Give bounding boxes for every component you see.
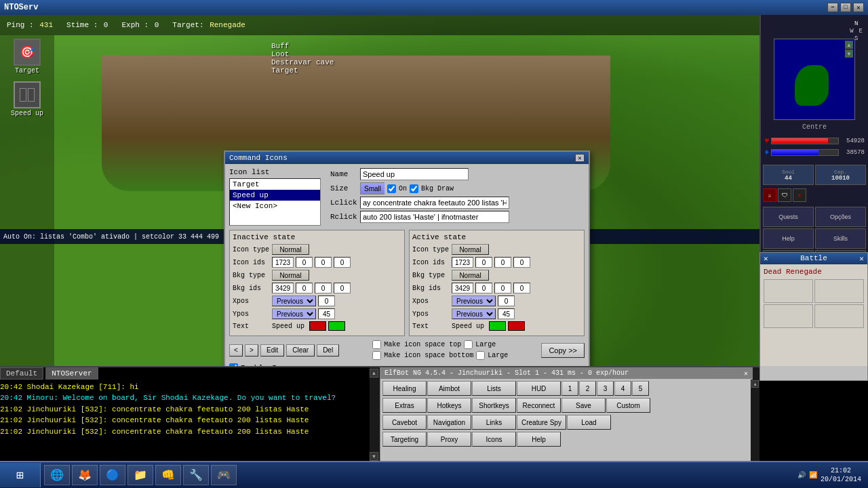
elfbot-icons-btn[interactable]: Icons: [472, 432, 516, 447]
icon-list-item-newicon[interactable]: <New Icon>: [230, 201, 320, 211]
scroll-down-btn[interactable]: ▼: [370, 452, 378, 461]
x-icon[interactable]: ✕: [793, 188, 806, 202]
volume-icon[interactable]: 🔊: [797, 471, 806, 479]
elfbot-navigation-btn[interactable]: Navigation: [427, 415, 471, 430]
inactive-bkg-id3[interactable]: [315, 283, 332, 293]
name-input[interactable]: [360, 168, 469, 180]
active-bkg-id1[interactable]: [452, 283, 473, 293]
elfbot-save-btn[interactable]: Save: [561, 398, 606, 413]
elfbot-cavebot-btn[interactable]: Cavebot: [382, 415, 427, 430]
size-on-checkbox[interactable]: [387, 184, 396, 193]
inactive-icon-id2[interactable]: [296, 257, 313, 268]
lclick-input[interactable]: [360, 197, 509, 209]
edit-button[interactable]: Edit: [260, 344, 284, 357]
inactive-ypos-select[interactable]: Previous: [272, 308, 316, 319]
battle-slot-2[interactable]: [814, 279, 864, 303]
nav-next-button[interactable]: >: [245, 344, 258, 357]
active-color1[interactable]: [489, 321, 506, 331]
inactive-color1[interactable]: [309, 321, 326, 331]
minimap[interactable]: ▲ ▼: [774, 39, 855, 120]
active-bkg-type-dropdown[interactable]: Normal: [452, 270, 489, 281]
inactive-xpos-val[interactable]: [318, 296, 335, 306]
close-button[interactable]: ✕: [853, 3, 864, 12]
battle-x-btn[interactable]: ✕: [764, 254, 768, 263]
rclick-input[interactable]: [360, 211, 509, 223]
elfbot-hotkeys-btn[interactable]: Hotkeys: [427, 398, 471, 413]
taskbar-item-tool[interactable]: 🔧: [183, 465, 209, 485]
taskbar-item-game1[interactable]: 👊: [155, 465, 181, 485]
copy-button[interactable]: Copy >>: [541, 343, 585, 358]
elfbot-hud-btn[interactable]: HUD: [517, 381, 561, 396]
elfbot-close-btn[interactable]: ✕: [744, 369, 748, 378]
taskbar-item-game2[interactable]: 🎮: [211, 465, 237, 485]
target-icon-item[interactable]: 🎯 Target: [3, 39, 51, 75]
opcoes-button[interactable]: Opções: [815, 207, 866, 227]
inactive-icon-id1[interactable]: [272, 257, 294, 268]
elfbot-shortkeys-btn[interactable]: Shortkeys: [472, 398, 516, 413]
active-bkg-id2[interactable]: [475, 283, 492, 293]
size-small-button[interactable]: Small: [360, 182, 384, 195]
active-bkg-id4[interactable]: [513, 283, 530, 293]
shield-icon[interactable]: 🛡: [778, 188, 791, 202]
make-space-top-checkbox[interactable]: [372, 340, 381, 349]
inactive-bkg-type-dropdown[interactable]: Normal: [272, 270, 309, 281]
inactive-xpos-select[interactable]: Previous: [272, 296, 316, 306]
minimap-nav-btn-2[interactable]: ▼: [845, 49, 853, 58]
speedup-icon-item[interactable]: Speed up: [3, 81, 51, 117]
chat-tab-ntoserver[interactable]: NTOServer: [45, 367, 98, 380]
quests-button[interactable]: Quests: [763, 207, 814, 227]
bkg-draw-checkbox[interactable]: [410, 184, 418, 193]
active-color2[interactable]: [508, 321, 525, 331]
elfbot-tab5-btn[interactable]: 5: [632, 381, 649, 396]
minimize-button[interactable]: −: [827, 3, 838, 12]
taskbar-item-chrome[interactable]: 🔵: [100, 465, 125, 485]
taskbar-item-ie[interactable]: 🌐: [44, 465, 70, 485]
elfbot-custom-btn[interactable]: Custom: [606, 398, 650, 413]
large-bottom-checkbox[interactable]: [476, 351, 485, 360]
restore-button[interactable]: □: [840, 3, 851, 12]
elfbot-extras-btn[interactable]: Extras: [382, 398, 427, 413]
taskbar-start-button[interactable]: ⊞: [0, 463, 41, 487]
skills-button[interactable]: Skills: [815, 228, 866, 249]
elfbot-tab1-btn[interactable]: 1: [561, 381, 578, 396]
elfbot-aimbot-btn[interactable]: Aimbot: [427, 381, 471, 396]
elfbot-targeting-btn[interactable]: Targeting: [382, 432, 427, 447]
elfbot-help-btn[interactable]: Help: [517, 432, 561, 447]
elfbot-links-btn[interactable]: Links: [472, 415, 516, 430]
minimap-nav-btn[interactable]: ▲: [845, 41, 853, 49]
make-space-bottom-checkbox[interactable]: [372, 351, 381, 360]
scroll-up-btn[interactable]: ▲: [370, 369, 378, 378]
del-button[interactable]: Del: [317, 344, 339, 357]
active-ypos-select[interactable]: Previous: [452, 308, 496, 319]
taskbar-item-explorer[interactable]: 📁: [127, 465, 153, 485]
active-icon-id1[interactable]: [452, 257, 473, 268]
help-button[interactable]: Help: [763, 228, 814, 249]
nav-prev-button[interactable]: <: [229, 344, 243, 357]
active-icon-type-dropdown[interactable]: Normal: [452, 244, 489, 255]
elfbot-tab4-btn[interactable]: 4: [614, 381, 631, 396]
inactive-icon-id4[interactable]: [334, 257, 351, 268]
clear-button[interactable]: Clear: [286, 344, 315, 357]
elfbot-creature-spy-btn[interactable]: Creature Spy: [517, 415, 566, 430]
taskbar-item-firefox[interactable]: 🦊: [72, 465, 98, 485]
active-bkg-id3[interactable]: [494, 283, 511, 293]
active-icon-id2[interactable]: [475, 257, 492, 268]
active-icon-id3[interactable]: [494, 257, 511, 268]
active-ypos-val[interactable]: [498, 308, 515, 319]
chat-tab-default[interactable]: Default: [0, 367, 43, 380]
inactive-icon-type-dropdown[interactable]: Normal: [272, 244, 309, 255]
inactive-bkg-id4[interactable]: [334, 283, 351, 293]
elfbot-proxy-btn[interactable]: Proxy: [427, 432, 471, 447]
battle-slot-1[interactable]: [764, 279, 813, 303]
elfbot-lists-btn[interactable]: Lists: [472, 381, 516, 396]
active-icon-id4[interactable]: [513, 257, 530, 268]
icon-list-item-target[interactable]: Target: [230, 179, 320, 190]
elfbot-load-btn[interactable]: Load: [567, 415, 611, 430]
elfbot-scroll-up[interactable]: ▲: [751, 380, 759, 388]
inactive-color2[interactable]: [328, 321, 345, 331]
icon-list-box[interactable]: Target Speed up <New Icon>: [229, 178, 321, 226]
attack-icon[interactable]: ⚔: [763, 188, 776, 202]
active-xpos-select[interactable]: Previous: [452, 296, 496, 306]
elfbot-tab2-btn[interactable]: 2: [579, 381, 596, 396]
inactive-ypos-val[interactable]: [318, 308, 335, 319]
